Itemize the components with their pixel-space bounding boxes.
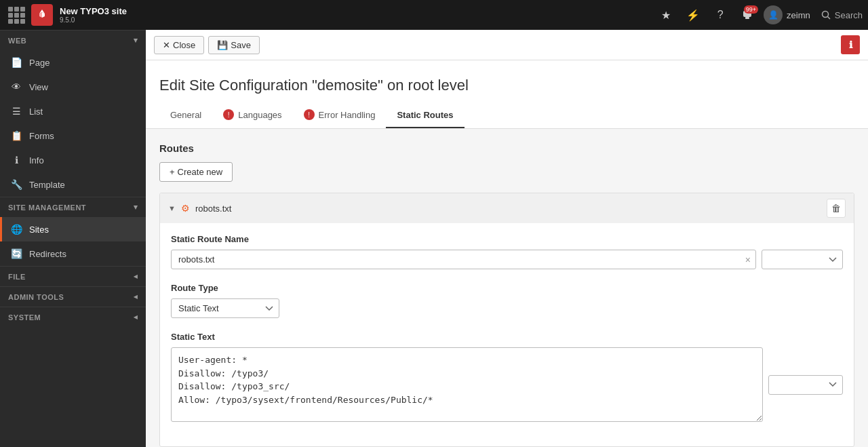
sidebar-item-label: Page <box>29 58 50 68</box>
sidebar-item-label: Sites <box>29 225 49 235</box>
content-area: ✕ Close 💾 Save ℹ Edit Site Configuration… <box>146 30 868 447</box>
forms-icon: 📋 <box>10 130 22 142</box>
tab-error-handling-label: Error Handling <box>319 110 376 120</box>
sidebar-item-sites[interactable]: 🌐 Sites <box>0 217 146 241</box>
static-route-name-section: Static Route Name × <box>171 234 843 269</box>
user-menu[interactable]: 👤 zeimn <box>764 5 810 24</box>
notifications-button[interactable]: 99+ <box>736 4 758 26</box>
route-delete-button[interactable]: 🗑 <box>827 199 846 218</box>
sidebar-item-list[interactable]: ☰ List <box>0 99 146 123</box>
sidebar-item-label: List <box>29 106 43 117</box>
svg-rect-1 <box>745 17 749 19</box>
site-info: New TYPO3 site 9.5.0 <box>60 6 127 24</box>
route-block-header: ▼ ⚙ robots.txt 🗑 <box>160 193 854 223</box>
sidebar-web-section[interactable]: WEB ▾ <box>0 31 146 50</box>
notifications-badge: 99+ <box>744 5 758 14</box>
svg-point-2 <box>822 12 828 18</box>
route-name-input-wrapper: × <box>171 250 756 269</box>
routes-section-title: Routes <box>159 142 854 154</box>
route-name-select[interactable] <box>762 250 843 269</box>
username: zeimn <box>787 10 810 20</box>
chevron-right-icon: ◂ <box>134 292 138 301</box>
tabs-bar: General ! Languages ! Error Handling Sta… <box>146 102 868 129</box>
clear-icon[interactable]: × <box>745 254 751 265</box>
site-favicon <box>31 4 53 26</box>
static-route-name-label: Static Route Name <box>171 234 843 244</box>
apps-menu-button[interactable] <box>5 4 27 26</box>
route-block: ▼ ⚙ robots.txt 🗑 Static Route Name <box>159 193 854 447</box>
topbar: New TYPO3 site 9.5.0 ★ ⚡ ? 99+ 👤 zeimn S… <box>0 0 868 30</box>
static-text-section: Static Text User-agent: * Disallow: /typ… <box>171 332 843 422</box>
tab-general[interactable]: General <box>159 102 212 128</box>
info-icon: ℹ <box>10 154 22 166</box>
route-file-icon: ⚙ <box>181 203 190 214</box>
sidebar-item-label: Template <box>29 180 65 190</box>
error-handling-warning-icon: ! <box>304 109 315 120</box>
page-title: Edit Site Configuration "demosite" on ro… <box>159 77 854 94</box>
sites-icon: 🌐 <box>10 223 22 235</box>
close-button[interactable]: ✕ Close <box>154 36 204 54</box>
sidebar-site-management-section[interactable]: SITE MANAGEMENT ▾ <box>0 197 146 217</box>
redirects-icon: 🔄 <box>10 248 22 260</box>
languages-warning-icon: ! <box>223 109 234 120</box>
help-button[interactable]: ? <box>709 4 731 26</box>
sidebar-item-view[interactable]: 👁 View <box>0 75 146 99</box>
bookmarks-button[interactable]: ★ <box>655 4 677 26</box>
sidebar-system-section[interactable]: SYSTEM ◂ <box>0 307 146 327</box>
create-new-label: Create new <box>178 167 222 177</box>
sidebar-file-section[interactable]: FILE ◂ <box>0 267 146 286</box>
list-icon: ☰ <box>10 105 22 117</box>
info-button[interactable]: ℹ <box>841 35 860 54</box>
tab-error-handling[interactable]: ! Error Handling <box>293 102 387 128</box>
tab-general-label: General <box>170 110 201 120</box>
save-button[interactable]: 💾 Save <box>208 36 260 54</box>
tab-languages[interactable]: ! Languages <box>212 102 292 128</box>
static-text-label: Static Text <box>171 332 843 342</box>
chevron-right-icon: ◂ <box>134 272 138 281</box>
sidebar-item-redirects[interactable]: 🔄 Redirects <box>0 241 146 266</box>
site-name: New TYPO3 site <box>60 6 127 16</box>
route-type-label: Route Type <box>171 283 843 293</box>
route-body: Static Route Name × <box>160 223 854 446</box>
sidebar-item-page[interactable]: 📄 Page <box>0 50 146 75</box>
sidebar-item-info[interactable]: ℹ Info <box>0 148 146 172</box>
route-name: robots.txt <box>195 203 231 214</box>
static-text-select[interactable] <box>768 375 843 395</box>
tab-static-routes-label: Static Routes <box>397 110 453 120</box>
create-new-button[interactable]: + Create new <box>159 162 233 182</box>
sidebar-item-label: Info <box>29 155 44 166</box>
sidebar-item-label: Forms <box>29 131 54 141</box>
page-header: Edit Site Configuration "demosite" on ro… <box>146 60 868 102</box>
tab-static-routes[interactable]: Static Routes <box>386 102 464 128</box>
sidebar-item-label: Redirects <box>29 249 66 259</box>
save-icon: 💾 <box>217 40 228 50</box>
site-version: 9.5.0 <box>60 16 127 24</box>
chevron-down-icon: ▾ <box>134 203 138 212</box>
view-icon: 👁 <box>10 81 22 93</box>
static-text-input[interactable]: User-agent: * Disallow: /typo3/ Disallow… <box>171 347 763 422</box>
route-type-section: Route Type Static Text Static File <box>171 283 843 318</box>
flash-button[interactable]: ⚡ <box>682 4 704 26</box>
page-icon: 📄 <box>10 56 22 69</box>
sidebar-item-forms[interactable]: 📋 Forms <box>0 123 146 148</box>
tab-languages-label: Languages <box>238 110 281 120</box>
chevron-down-icon: ▾ <box>134 36 138 45</box>
close-icon: ✕ <box>163 40 170 50</box>
search-button[interactable]: Search <box>821 10 863 20</box>
route-name-input[interactable] <box>171 250 756 269</box>
chevron-right-icon: ◂ <box>134 313 138 322</box>
sidebar-item-template[interactable]: 🔧 Template <box>0 172 146 197</box>
delete-icon: 🗑 <box>831 203 841 214</box>
avatar: 👤 <box>764 5 783 24</box>
search-label: Search <box>835 10 863 20</box>
sidebar-item-label: View <box>29 82 48 92</box>
collapse-icon[interactable]: ▼ <box>168 204 176 212</box>
template-icon: 🔧 <box>10 178 22 191</box>
sidebar-admin-section[interactable]: ADMIN TOOLS ◂ <box>0 287 146 307</box>
route-type-select[interactable]: Static Text Static File <box>171 298 279 318</box>
toolbar: ✕ Close 💾 Save ℹ <box>146 30 868 60</box>
svg-line-3 <box>827 17 830 20</box>
sidebar: WEB ▾ 📄 Page 👁 View ☰ List 📋 Forms ℹ In <box>0 30 146 447</box>
plus-icon: + <box>170 167 175 177</box>
form-content: Routes + Create new ▼ ⚙ robots.txt 🗑 <box>146 129 868 447</box>
